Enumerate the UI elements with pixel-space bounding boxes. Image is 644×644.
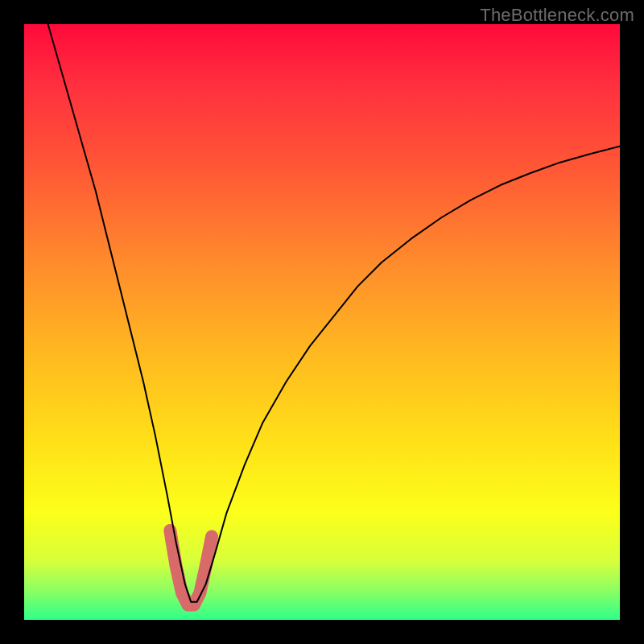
watermark-text: TheBottleneck.com bbox=[480, 5, 634, 26]
bottleneck-curve bbox=[48, 24, 620, 602]
plot-area bbox=[24, 24, 620, 620]
curve-layer bbox=[24, 24, 620, 620]
chart-frame: TheBottleneck.com bbox=[0, 0, 644, 644]
